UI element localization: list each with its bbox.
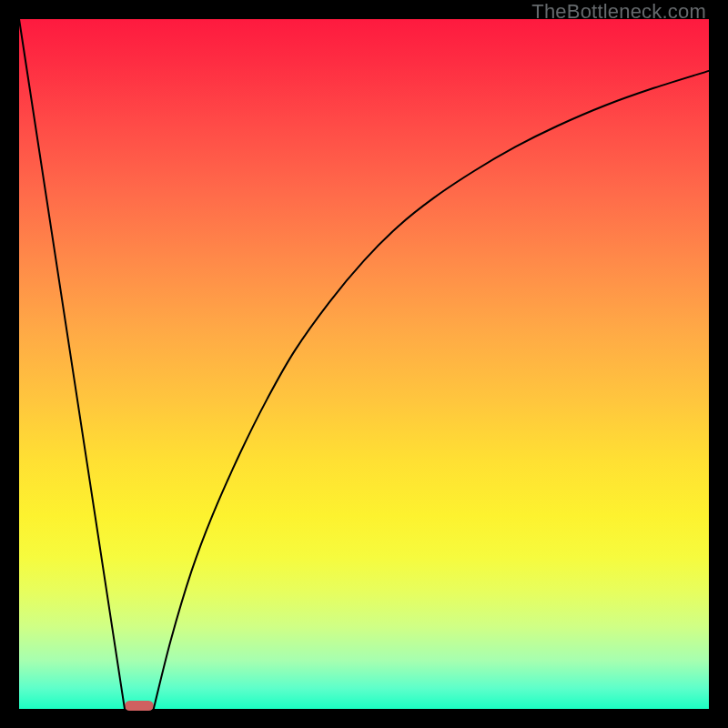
plot-area <box>19 19 709 709</box>
series-right-curve <box>154 71 709 709</box>
watermark-text: TheBottleneck.com <box>531 0 706 24</box>
series-left-segment <box>19 19 125 709</box>
min-marker <box>125 701 154 711</box>
chart-frame: TheBottleneck.com <box>0 0 728 728</box>
curve-layer <box>19 19 709 709</box>
